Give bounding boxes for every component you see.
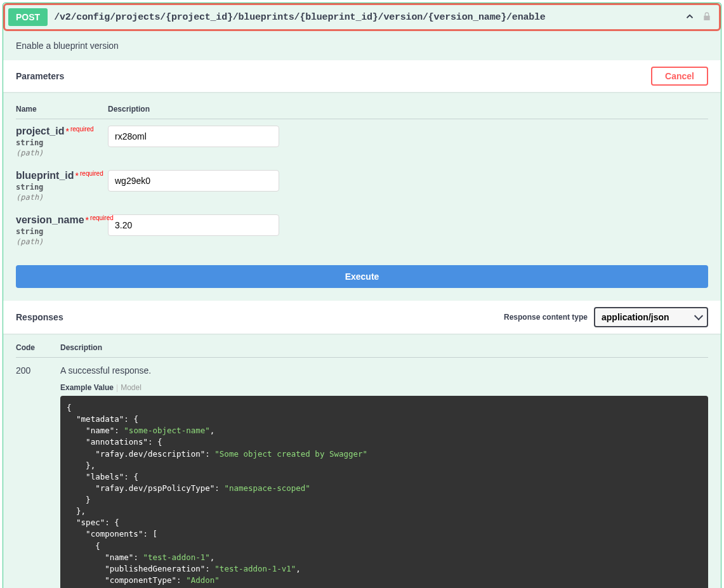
content-type-label: Response content type (504, 313, 588, 322)
parameter-row: project_id*required string (path) (16, 119, 708, 164)
param-name: version_name (16, 214, 84, 225)
chevron-up-icon[interactable] (684, 11, 695, 24)
required-label: required (90, 214, 114, 221)
blueprint-id-input[interactable] (108, 170, 279, 192)
execute-button[interactable]: Execute (16, 265, 708, 288)
column-description: Description (108, 105, 708, 114)
param-name: project_id (16, 126, 64, 136)
endpoint-path: /v2/config/projects/{project_id}/bluepri… (48, 12, 684, 23)
param-in: (path) (16, 237, 108, 246)
parameters-title: Parameters (16, 71, 64, 81)
operation-summary[interactable]: POST /v2/config/projects/{project_id}/bl… (3, 3, 721, 31)
required-star-icon: * (64, 126, 70, 136)
operation-block: POST /v2/config/projects/{project_id}/bl… (3, 3, 721, 588)
example-value-code[interactable]: { "metadata": { "name": "some-object-nam… (60, 396, 708, 588)
tab-example-value[interactable]: Example Value (60, 383, 114, 392)
responses-header: Responses Response content type applicat… (3, 301, 721, 334)
required-label: required (80, 170, 103, 177)
param-in: (path) (16, 193, 108, 202)
responses-body: Code Description 200 A successful respon… (3, 334, 721, 588)
required-star-icon: * (74, 171, 80, 181)
column-code: Code (16, 343, 60, 352)
column-description: Description (60, 343, 708, 352)
content-type-select[interactable]: application/json (594, 307, 708, 327)
param-in: (path) (16, 148, 108, 157)
parameters-header: Parameters Cancel (3, 60, 721, 92)
responses-title: Responses (16, 312, 63, 322)
project-id-input[interactable] (108, 126, 279, 147)
param-type: string (16, 226, 108, 237)
tab-model[interactable]: Model (121, 383, 142, 392)
param-name: blueprint_id (16, 170, 74, 181)
lock-icon[interactable] (702, 11, 712, 24)
column-name: Name (16, 105, 108, 114)
version-name-input[interactable] (108, 214, 279, 236)
parameter-row: blueprint_id*required string (path) (16, 164, 708, 208)
method-badge: POST (8, 8, 48, 26)
response-tabs: Example Value|Model (60, 383, 708, 392)
required-label: required (70, 126, 94, 133)
response-code: 200 (16, 365, 60, 588)
operation-description: Enable a blueprint version (3, 31, 721, 60)
cancel-button[interactable]: Cancel (651, 67, 708, 86)
parameters-table-head: Name Description (16, 98, 708, 119)
response-description: A successful response. (60, 365, 708, 376)
param-type: string (16, 137, 108, 148)
param-type: string (16, 181, 108, 193)
response-row: 200 A successful response. Example Value… (16, 365, 708, 588)
parameter-row: version_name*required string (path) (16, 208, 708, 252)
required-star-icon: * (84, 215, 90, 225)
parameters-table: Name Description project_id*required str… (3, 92, 721, 265)
summary-controls (684, 11, 716, 24)
